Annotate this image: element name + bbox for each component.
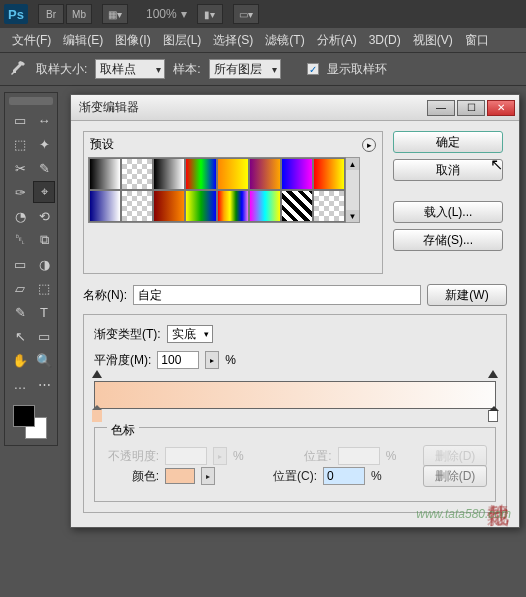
menu-filter[interactable]: 滤镜(T) [259, 29, 310, 52]
new-button[interactable]: 新建(W) [427, 284, 507, 306]
delete-opacity-stop-button: 删除(D) [423, 445, 487, 467]
scroll-up-icon[interactable]: ▲ [346, 158, 359, 170]
tool-6[interactable]: ✑ [9, 181, 31, 203]
menu-select[interactable]: 选择(S) [207, 29, 259, 52]
color-label: 颜色: [103, 468, 159, 485]
preset-13[interactable] [249, 190, 281, 222]
tool-10[interactable]: ␡ [9, 229, 31, 251]
preset-14[interactable] [281, 190, 313, 222]
preset-7[interactable] [313, 158, 345, 190]
gradient-bar[interactable] [94, 381, 496, 409]
sample-label: 样本: [173, 61, 200, 78]
menu-window[interactable]: 窗口 [459, 29, 495, 52]
sample-size-select[interactable]: 取样点 [95, 59, 165, 79]
menu-3d[interactable]: 3D(D) [363, 30, 407, 50]
tool-12[interactable]: ▭ [9, 253, 31, 275]
tool-4[interactable]: ✂ [9, 157, 31, 179]
opacity-location-input [338, 447, 380, 465]
preset-15[interactable] [313, 190, 345, 222]
ok-button[interactable]: 确定 [393, 131, 503, 153]
gradient-type-select[interactable]: 实底 [167, 325, 213, 343]
tool-0[interactable]: ▭ [9, 109, 31, 131]
opacity-location-label: 位置: [276, 448, 332, 465]
opacity-stop-left[interactable] [92, 370, 102, 378]
tool-1[interactable]: ↔ [33, 109, 55, 131]
presets-group: 预设 ▸ ▲ ▼ [83, 131, 383, 274]
menu-view[interactable]: 视图(V) [407, 29, 459, 52]
presets-scrollbar[interactable]: ▲ ▼ [346, 157, 360, 223]
preset-4[interactable] [217, 158, 249, 190]
tool-5[interactable]: ✎ [33, 157, 55, 179]
close-button[interactable]: ✕ [487, 100, 515, 116]
tool-16[interactable]: ✎ [9, 301, 31, 323]
dialog-titlebar[interactable]: 渐变编辑器 — ☐ ✕ [71, 95, 519, 121]
menu-edit[interactable]: 编辑(E) [57, 29, 109, 52]
zoom-level[interactable]: 100% [146, 7, 177, 21]
tool-14[interactable]: ▱ [9, 277, 31, 299]
tool-2[interactable]: ⬚ [9, 133, 31, 155]
preset-0[interactable] [89, 158, 121, 190]
percent-label-1: % [225, 353, 236, 367]
save-button[interactable]: 存储(S)... [393, 229, 503, 251]
preset-3[interactable] [185, 158, 217, 190]
screen-mode-button[interactable]: ▭▾ [233, 4, 259, 24]
name-input[interactable] [133, 285, 421, 305]
color-swatch[interactable] [165, 468, 195, 484]
cancel-button[interactable]: 取消 [393, 159, 503, 181]
tool-19[interactable]: ▭ [33, 325, 55, 347]
menu-file[interactable]: 文件(F) [6, 29, 57, 52]
tool-11[interactable]: ⧉ [33, 229, 55, 251]
smoothness-flyout[interactable]: ▸ [205, 351, 219, 369]
scroll-down-icon[interactable]: ▼ [346, 210, 359, 222]
minimize-button[interactable]: — [427, 100, 455, 116]
color-stop-right[interactable] [488, 410, 498, 422]
sample-layers-select[interactable]: 所有图层 [209, 59, 281, 79]
minibridge-button[interactable]: Mb [66, 4, 92, 24]
maximize-button[interactable]: ☐ [457, 100, 485, 116]
tools-grip[interactable] [9, 97, 53, 105]
preset-10[interactable] [153, 190, 185, 222]
tool-15[interactable]: ⬚ [33, 277, 55, 299]
opacity-stop-right[interactable] [488, 370, 498, 378]
presets-label: 预设 [90, 136, 362, 153]
tool-13[interactable]: ◑ [33, 253, 55, 275]
menu-analysis[interactable]: 分析(A) [311, 29, 363, 52]
tool-3[interactable]: ✦ [33, 133, 55, 155]
opacity-input [165, 447, 207, 465]
preset-1[interactable] [121, 158, 153, 190]
presets-menu-button[interactable]: ▸ [362, 138, 376, 152]
arrange-button[interactable]: ▮▾ [197, 4, 223, 24]
menu-image[interactable]: 图像(I) [109, 29, 156, 52]
options-bar: 取样大小: 取样点 样本: 所有图层 ✓ 显示取样环 [0, 52, 526, 86]
preset-2[interactable] [153, 158, 185, 190]
color-stop-left[interactable] [92, 410, 102, 422]
load-button[interactable]: 载入(L)... [393, 201, 503, 223]
smoothness-input[interactable] [157, 351, 199, 369]
tool-9[interactable]: ⟲ [33, 205, 55, 227]
tool-17[interactable]: T [33, 301, 55, 323]
color-location-input[interactable] [323, 467, 365, 485]
tool-20[interactable]: ✋ [9, 349, 31, 371]
preset-11[interactable] [185, 190, 217, 222]
opacity-flyout: ▸ [213, 447, 227, 465]
tool-21[interactable]: 🔍 [33, 349, 55, 371]
eyedropper-icon [8, 59, 28, 79]
preset-8[interactable] [89, 190, 121, 222]
tool-23[interactable]: ⋯ [33, 373, 55, 395]
view-extras-button[interactable]: ▦▾ [102, 4, 128, 24]
preset-12[interactable] [217, 190, 249, 222]
tool-8[interactable]: ◔ [9, 205, 31, 227]
tool-7[interactable]: ⌖ [33, 181, 55, 203]
preset-6[interactable] [281, 158, 313, 190]
show-ring-checkbox[interactable]: ✓ [307, 63, 319, 75]
menu-layer[interactable]: 图层(L) [157, 29, 208, 52]
foreground-swatch[interactable] [13, 405, 35, 427]
tool-22[interactable]: … [9, 373, 31, 395]
bridge-button[interactable]: Br [38, 4, 64, 24]
presets-grid [88, 157, 346, 223]
preset-5[interactable] [249, 158, 281, 190]
preset-9[interactable] [121, 190, 153, 222]
tool-18[interactable]: ↖ [9, 325, 31, 347]
color-swatches[interactable] [9, 401, 53, 441]
color-flyout[interactable]: ▸ [201, 467, 215, 485]
